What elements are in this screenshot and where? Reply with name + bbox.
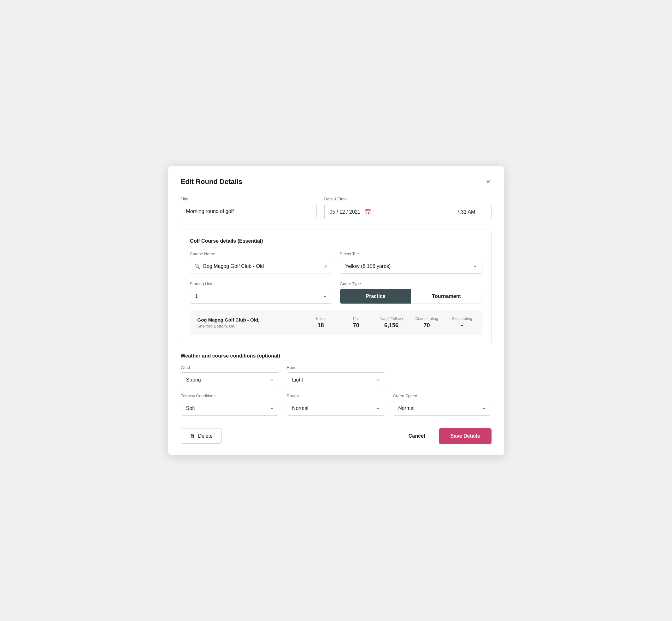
title-field-group: Title [181, 197, 317, 220]
par-label: Par [353, 317, 359, 321]
practice-button[interactable]: Practice [340, 289, 411, 303]
calendar-icon: 📅 [364, 209, 371, 215]
course-info-row: Gog Magog Golf Club - Old, Shelford Bott… [190, 310, 482, 335]
course-name-label: Course Name [190, 251, 333, 256]
yards-label: Yards(Yellow) [380, 317, 403, 321]
fairway-group: Fairway Conditions Soft [181, 394, 279, 416]
starting-hole-label: Starting Hole [190, 282, 333, 286]
weather-section: Weather and course conditions (optional)… [181, 353, 492, 416]
time-value: 7:31 AM [457, 209, 475, 215]
green-speed-group: Green Speed Normal [393, 394, 491, 416]
game-type-toggle: Practice Tournament [340, 289, 482, 304]
course-tee-row: Course Name 🔍 ✕ Select Tee Yellow (6,156… [190, 251, 482, 274]
rough-group: Rough Normal [287, 394, 385, 416]
footer-right: Cancel Save Details [402, 428, 492, 444]
course-rating-value: 70 [423, 322, 430, 329]
select-tee-dropdown[interactable]: Yellow (6,156 yards) [340, 259, 482, 274]
wind-rain-row: Wind Strong Rain Light [181, 365, 492, 387]
slope-rating-label: Slope rating [452, 317, 472, 321]
rain-label: Rain [287, 365, 385, 370]
course-info-name-text: Gog Magog Golf Club - Old, [198, 317, 298, 323]
yards-value: 6,156 [384, 322, 398, 329]
datetime-label: Date & Time [324, 197, 492, 201]
yards-stat: Yards(Yellow) 6,156 [379, 317, 404, 329]
fairway-rough-green-row: Fairway Conditions Soft Rough Normal Gre… [181, 394, 492, 416]
rain-group: Rain Light [287, 365, 385, 387]
par-value: 70 [353, 322, 359, 329]
save-button[interactable]: Save Details [439, 428, 491, 444]
green-speed-dropdown[interactable]: Normal [393, 401, 491, 416]
select-tee-label: Select Tee [340, 251, 482, 256]
holes-label: Holes [316, 317, 326, 321]
wind-dropdown[interactable]: Strong [181, 372, 279, 387]
course-search-wrapper: 🔍 ✕ [190, 259, 333, 274]
trash-icon: 🗑 [190, 433, 195, 439]
datetime-field-group: Date & Time 05 / 12 / 2021 📅 7:31 AM [324, 197, 492, 220]
rain-dropdown[interactable]: Light [287, 372, 385, 387]
title-date-row: Title Date & Time 05 / 12 / 2021 📅 7:31 … [181, 197, 492, 220]
slope-rating-stat: Slope rating - [450, 317, 475, 329]
rough-dropdown[interactable]: Normal [287, 401, 385, 416]
holes-stat: Holes 18 [308, 317, 333, 329]
golf-course-title: Golf Course details (Essential) [190, 238, 482, 244]
course-rating-label: Course rating [415, 317, 438, 321]
starting-hole-dropdown[interactable]: 1 [190, 289, 333, 303]
game-type-group: Game Type Practice Tournament [340, 282, 482, 304]
search-icon: 🔍 [194, 263, 201, 270]
holes-value: 18 [318, 322, 324, 329]
rough-label: Rough [287, 394, 385, 398]
date-input-box[interactable]: 05 / 12 / 2021 📅 [324, 204, 441, 220]
fairway-label: Fairway Conditions [181, 394, 279, 398]
modal-header: Edit Round Details × [181, 177, 492, 187]
wind-label: Wind [181, 365, 279, 370]
close-button[interactable]: × [485, 177, 492, 187]
fairway-dropdown[interactable]: Soft [181, 401, 279, 416]
title-input[interactable] [181, 204, 317, 219]
weather-title: Weather and course conditions (optional) [181, 353, 492, 359]
delete-button[interactable]: 🗑 Delete [181, 428, 222, 444]
date-value: 05 / 12 / 2021 [330, 209, 361, 215]
starting-game-row: Starting Hole 1 Game Type Practice Tourn… [190, 282, 482, 304]
time-input-box[interactable]: 7:31 AM [441, 204, 492, 220]
select-tee-group: Select Tee Yellow (6,156 yards) [340, 251, 482, 274]
wind-group: Wind Strong [181, 365, 279, 387]
par-stat: Par 70 [344, 317, 369, 329]
clear-icon[interactable]: ✕ [324, 263, 328, 270]
cancel-button[interactable]: Cancel [402, 429, 431, 443]
course-info-name: Gog Magog Golf Club - Old, Shelford Bott… [198, 317, 298, 329]
golf-course-section: Golf Course details (Essential) Course N… [181, 229, 492, 344]
datetime-inputs: 05 / 12 / 2021 📅 7:31 AM [324, 204, 492, 220]
course-info-location: Shelford Bottom, UK [198, 324, 298, 329]
game-type-label: Game Type [340, 282, 482, 286]
course-name-input[interactable] [190, 259, 333, 274]
modal-title: Edit Round Details [181, 178, 243, 186]
green-speed-label: Green Speed [393, 394, 491, 398]
delete-label: Delete [198, 433, 213, 439]
edit-round-modal: Edit Round Details × Title Date & Time 0… [168, 166, 504, 455]
course-name-group: Course Name 🔍 ✕ [190, 251, 333, 274]
slope-rating-value: - [461, 322, 463, 329]
tournament-button[interactable]: Tournament [411, 289, 482, 303]
course-rating-stat: Course rating 70 [414, 317, 439, 329]
title-label: Title [181, 197, 317, 201]
starting-hole-group: Starting Hole 1 [190, 282, 333, 304]
modal-footer: 🗑 Delete Cancel Save Details [181, 426, 492, 444]
